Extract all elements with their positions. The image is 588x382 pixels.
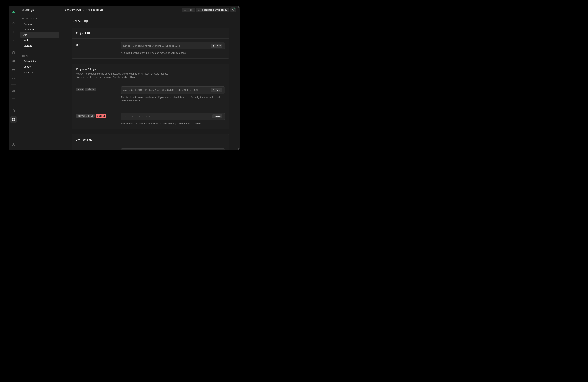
svg-point-4 [14, 60, 15, 61]
app-window: Settings Project Settings General Databa… [9, 6, 240, 150]
service-key-value: **** **** **** **** [123, 115, 211, 118]
sidebar-item-auth[interactable]: Auth [20, 38, 59, 43]
card-title-api-keys: Project API keys [76, 67, 225, 71]
nav-edge-icon[interactable] [10, 76, 17, 82]
sidebar-item-invoices[interactable]: Invoices [20, 69, 59, 75]
nav-auth-icon[interactable] [10, 58, 17, 65]
jwt-secret-label: JWT Secret [76, 149, 117, 150]
main-pane: SaltyAom's Org / elysia-supabase Help Fe… [61, 6, 239, 150]
svg-rect-5 [13, 69, 15, 70]
api-keys-desc2: You can use the keys below to use Supaba… [76, 76, 139, 78]
tag-public: public [85, 88, 96, 91]
project-url-hint: A RESTful endpoint for querying and mana… [121, 51, 225, 55]
tag-anon: anon [76, 88, 84, 91]
breadcrumb: SaltyAom's Org / elysia-supabase [65, 8, 103, 11]
service-key-hint: This key has the ability to bypass Row L… [121, 122, 225, 126]
nav-database-icon[interactable] [10, 49, 17, 56]
svg-point-6 [13, 119, 14, 120]
chat-icon [198, 9, 201, 11]
sidebar-item-database[interactable]: Database [20, 27, 59, 32]
breadcrumb-org[interactable]: SaltyAom's Org [65, 8, 81, 11]
svg-point-9 [185, 10, 185, 11]
svg-rect-1 [12, 40, 15, 42]
topbar: SaltyAom's Org / elysia-supabase Help Fe… [61, 6, 239, 14]
nav-docs-icon[interactable] [10, 108, 17, 114]
feedback-button[interactable]: Feedback on this page? [196, 8, 229, 12]
card-api-keys: Project API keys Your API is secured beh… [71, 64, 229, 129]
nav-sql-icon[interactable] [10, 38, 17, 44]
sidebar-section-project: Project Settings [18, 14, 61, 21]
card-title-jwt: JWT Settings [76, 138, 225, 141]
nav-settings-icon[interactable] [10, 116, 17, 123]
content-scroll[interactable]: API Settings Project URL URL https://djz… [61, 14, 239, 150]
sidebar-item-api[interactable]: API [20, 32, 59, 38]
svg-rect-0 [12, 31, 15, 33]
help-label: Help [188, 8, 193, 11]
nav-table-icon[interactable] [10, 29, 17, 36]
settings-sidebar: Settings Project Settings General Databa… [18, 6, 61, 150]
sidebar-section-billing: Billing [18, 51, 61, 58]
anon-key-hint: This key is safe to use in a browser if … [121, 96, 225, 103]
svg-point-2 [13, 51, 15, 52]
sidebar-item-usage[interactable]: Usage [20, 64, 59, 69]
nav-storage-icon[interactable] [10, 67, 17, 73]
service-key-field[interactable]: **** **** **** **** Reveal [121, 113, 225, 120]
anon-key-value: eyJhbGciOiJIUzI1NiIsInR5cCI6IkpXVCJ9.eyJ… [123, 89, 209, 91]
feedback-label: Feedback on this page? [202, 8, 227, 11]
jwt-secret-field[interactable]: **** **** **** **** Reveal [121, 149, 225, 150]
api-keys-desc1: Your API is secured behind an API gatewa… [76, 72, 168, 75]
url-label: URL [76, 42, 117, 46]
notification-dot [233, 8, 235, 9]
breadcrumb-sep: / [84, 8, 84, 11]
nav-home-icon[interactable] [10, 20, 17, 27]
sidebar-title: Settings [18, 6, 61, 14]
svg-point-3 [13, 60, 14, 61]
tag-secret: secret [96, 114, 106, 117]
help-button[interactable]: Help [182, 8, 195, 12]
card-title-project-url: Project URL [76, 32, 225, 35]
copy-icon [212, 89, 214, 91]
nav-reports-icon[interactable] [10, 87, 17, 94]
svg-point-7 [13, 143, 14, 145]
reveal-service-key-button[interactable]: Reveal [212, 115, 223, 118]
project-url-value: https://djzdwvdndvcpyvohqhzi.supabase.co [123, 44, 209, 47]
nav-logs-icon[interactable] [10, 96, 17, 102]
svg-rect-10 [213, 46, 214, 47]
scrollbar[interactable] [238, 6, 239, 150]
copy-url-button[interactable]: Copy [210, 44, 223, 48]
copy-anon-key-button[interactable]: Copy [210, 88, 223, 92]
tag-service-role: service_role [76, 114, 95, 117]
svg-rect-11 [213, 90, 214, 91]
notifications-button[interactable] [231, 7, 236, 12]
sidebar-item-general[interactable]: General [20, 21, 59, 27]
sidebar-item-subscription[interactable]: Subscription [20, 58, 59, 64]
anon-key-field[interactable]: eyJhbGciOiJIUzI1NiIsInR5cCI6IkpXVCJ9.eyJ… [121, 86, 225, 94]
breadcrumb-project[interactable]: elysia-supabase [86, 8, 103, 11]
page-title: API Settings [71, 19, 229, 23]
copy-icon [212, 45, 214, 47]
nav-account-icon[interactable] [10, 141, 17, 148]
help-icon [184, 9, 186, 11]
icon-rail [9, 6, 18, 150]
card-jwt: JWT Settings JWT Secret **** **** **** *… [71, 134, 229, 150]
project-url-field[interactable]: https://djzdwvdndvcpyvohqhzi.supabase.co… [121, 42, 225, 49]
supabase-logo-icon[interactable] [12, 10, 15, 14]
card-project-url: Project URL URL https://djzdwvdndvcpyvoh… [71, 28, 229, 58]
sidebar-item-storage[interactable]: Storage [20, 43, 59, 48]
